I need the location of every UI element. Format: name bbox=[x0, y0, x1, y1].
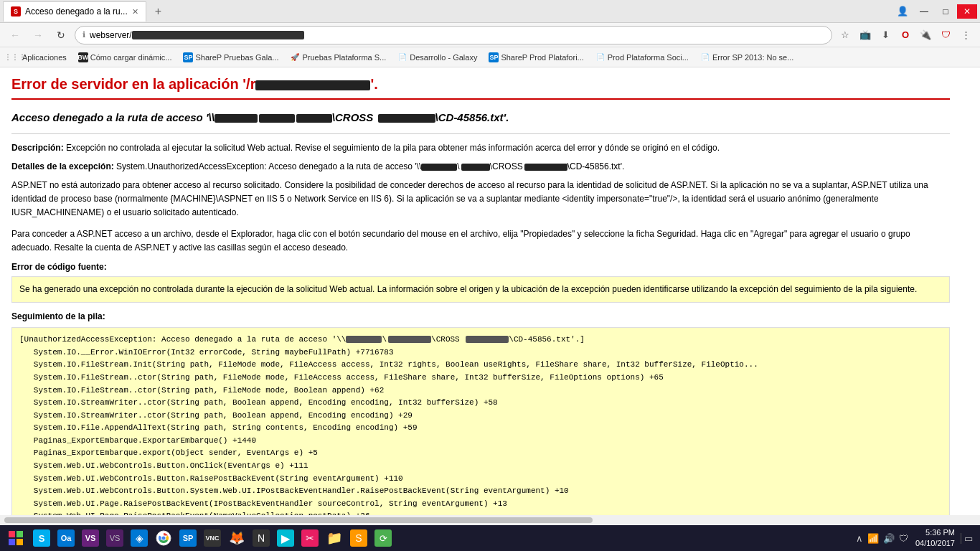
bookmark-prod-label: Prod Plataforma Soci... bbox=[608, 53, 689, 62]
bookmark-apps-label: Aplicaciones bbox=[22, 53, 67, 62]
bookmark-star-icon[interactable]: ☆ bbox=[837, 27, 854, 44]
bookmark-sp1-label: ShareP Pruebas Gala... bbox=[195, 53, 278, 62]
opera-icon[interactable]: O bbox=[897, 27, 914, 44]
new-tab-button[interactable]: + bbox=[151, 5, 166, 18]
taskbar-skype[interactable]: S bbox=[30, 527, 53, 550]
taskbar-app7[interactable]: N bbox=[250, 527, 273, 550]
taskbar-remote[interactable]: ⟳ bbox=[372, 527, 395, 550]
app9-icon: S bbox=[350, 529, 367, 547]
pruebas-favicon: 🚀 bbox=[290, 52, 300, 62]
bookmark-bw[interactable]: BW Cómo cargar dinámic... bbox=[74, 51, 176, 64]
description-label: Descripción: bbox=[11, 143, 64, 153]
taskbar-outlook[interactable]: Oa bbox=[55, 527, 77, 550]
body-text-2: Para conceder a ASP.NET acceso a un arch… bbox=[11, 227, 950, 255]
exception-details: Detalles de la excepción: System.Unautho… bbox=[11, 161, 950, 171]
bookmark-dev[interactable]: 📄 Desarrollo - Galaxy bbox=[393, 51, 481, 64]
windows-logo bbox=[9, 531, 23, 545]
access-denied-heading: Acceso denegado a la ruta de acceso '\\\… bbox=[11, 111, 950, 123]
bw-favicon: BW bbox=[78, 52, 88, 62]
volume-icon[interactable]: 🔊 bbox=[883, 533, 895, 544]
bookmark-apps[interactable]: ⋮⋮⋮ Aplicaciones bbox=[6, 51, 71, 64]
visual-studio-icon: VS bbox=[82, 529, 99, 547]
body-text-1: ASP.NET no está autorizado para obtener … bbox=[11, 179, 950, 220]
clock-time: 5:36 PM bbox=[915, 527, 955, 538]
visual-studio2-icon: VS bbox=[106, 529, 123, 547]
nav-right-controls: ☆ 📺 ⬇ O 🔌 🛡 ⋮ bbox=[837, 27, 974, 44]
prod-favicon: 📄 bbox=[595, 52, 606, 62]
sp1-favicon: SP bbox=[183, 52, 193, 62]
taskbar-vs-purple[interactable]: VS bbox=[103, 527, 126, 550]
tab-favicon: S bbox=[11, 6, 21, 17]
media-icon: ▶ bbox=[277, 529, 294, 547]
bookmark-sp1[interactable]: SP ShareP Pruebas Gala... bbox=[179, 51, 283, 64]
bookmark-pruebas[interactable]: 🚀 Pruebas Plataforma S... bbox=[286, 51, 390, 64]
minimize-button[interactable]: — bbox=[914, 4, 934, 19]
bookmarks-bar: ⋮⋮⋮ Aplicaciones BW Cómo cargar dinámic.… bbox=[0, 47, 980, 67]
taskbar: S Oa VS VS ◈ bbox=[0, 525, 980, 551]
bookmark-error-label: Error SP 2013: No se... bbox=[712, 53, 794, 62]
bookmark-sp2-label: ShareP Prod Platafori... bbox=[501, 53, 583, 62]
taskbar-cut[interactable]: ✂ bbox=[298, 527, 321, 550]
tray-icon1[interactable]: ∧ bbox=[856, 533, 863, 544]
taskbar-vnc[interactable]: VNC bbox=[201, 527, 224, 550]
lock-icon: ℹ bbox=[83, 30, 85, 39]
system-clock[interactable]: 5:36 PM 04/10/2017 bbox=[915, 527, 955, 550]
h-scroll-thumb[interactable] bbox=[4, 517, 593, 523]
maximize-button[interactable]: □ bbox=[936, 4, 956, 19]
back-button[interactable]: ← bbox=[6, 26, 24, 44]
address-bar[interactable]: ℹ webserver/ bbox=[75, 26, 832, 44]
bookmark-error[interactable]: 📄 Error SP 2013: No se... bbox=[696, 51, 798, 64]
adblock-icon[interactable]: 🛡 bbox=[937, 27, 954, 44]
taskbar-blue-app[interactable]: ◈ bbox=[128, 527, 151, 550]
forward-button[interactable]: → bbox=[29, 26, 47, 44]
show-desktop-icon[interactable]: ▭ bbox=[961, 533, 973, 544]
unknown-icon: N bbox=[253, 529, 270, 547]
close-button[interactable]: ✕ bbox=[957, 4, 977, 19]
skype-icon: S bbox=[33, 529, 50, 547]
blue-app-icon: ◈ bbox=[131, 529, 148, 547]
dev-favicon: 📄 bbox=[397, 52, 407, 62]
system-tray: ∧ 📶 🔊 🛡 bbox=[852, 533, 913, 544]
taskbar-firefox[interactable]: 🦊 bbox=[225, 527, 248, 550]
refresh-button[interactable]: ↻ bbox=[52, 26, 70, 44]
firefox-icon: 🦊 bbox=[228, 529, 245, 547]
exception-label: Detalles de la excepción: bbox=[11, 161, 114, 171]
menu-button[interactable]: ⋮ bbox=[957, 27, 974, 44]
browser-tab[interactable]: S Acceso denegado a la ru... ✕ bbox=[3, 1, 146, 22]
tab-title: Acceso denegado a la ru... bbox=[25, 6, 128, 17]
chrome-icon bbox=[155, 529, 172, 547]
bookmark-prod[interactable]: 📄 Prod Plataforma Soci... bbox=[591, 51, 693, 64]
remote-icon: ⟳ bbox=[374, 529, 392, 547]
horizontal-scrollbar[interactable] bbox=[0, 515, 980, 525]
download-icon[interactable]: ⬇ bbox=[877, 27, 894, 44]
cast-icon[interactable]: 📺 bbox=[857, 27, 874, 44]
extension-icon[interactable]: 🔌 bbox=[917, 27, 934, 44]
taskbar-sharepoint[interactable]: SP bbox=[176, 527, 199, 550]
start-button[interactable] bbox=[3, 525, 29, 551]
sharepoint-icon: SP bbox=[179, 529, 197, 547]
bookmark-bw-label: Cómo cargar dinámic... bbox=[90, 53, 172, 62]
vnc-icon: VNC bbox=[204, 529, 221, 547]
taskbar-app9[interactable]: S bbox=[347, 527, 370, 550]
clock-date: 04/10/2017 bbox=[915, 538, 955, 549]
taskbar-folder[interactable]: 📁 bbox=[323, 527, 346, 550]
url-text: webserver/ bbox=[90, 30, 304, 40]
folder-icon: 📁 bbox=[326, 529, 343, 547]
stack-trace-box: [UnauthorizedAccessException: Acceso den… bbox=[11, 327, 950, 515]
cut-icon: ✂ bbox=[301, 529, 319, 547]
taskbar-chrome[interactable] bbox=[152, 527, 175, 550]
description-section: Descripción: Excepción no controlada al … bbox=[11, 141, 950, 154]
taskbar-media[interactable]: ▶ bbox=[274, 527, 297, 550]
title-bar: S Acceso denegado a la ru... ✕ + 👤 — □ ✕ bbox=[0, 0, 980, 23]
network-icon[interactable]: 📶 bbox=[867, 533, 879, 544]
antivirus-icon[interactable]: 🛡 bbox=[899, 533, 908, 544]
bookmark-sp2[interactable]: SP ShareP Prod Platafori... bbox=[484, 51, 588, 64]
taskbar-vs-blue[interactable]: VS bbox=[79, 527, 102, 550]
content-area: Error de servidor en la aplicación '/r'.… bbox=[0, 67, 980, 515]
error-title: Error de servidor en la aplicación '/r'. bbox=[11, 76, 950, 100]
window-controls: 👤 — □ ✕ bbox=[892, 4, 977, 19]
tab-close-button[interactable]: ✕ bbox=[132, 7, 138, 17]
bookmark-dev-label: Desarrollo - Galaxy bbox=[410, 53, 477, 62]
error-favicon: 📄 bbox=[700, 52, 710, 62]
title-bar-left: S Acceso denegado a la ru... ✕ + bbox=[3, 1, 166, 22]
